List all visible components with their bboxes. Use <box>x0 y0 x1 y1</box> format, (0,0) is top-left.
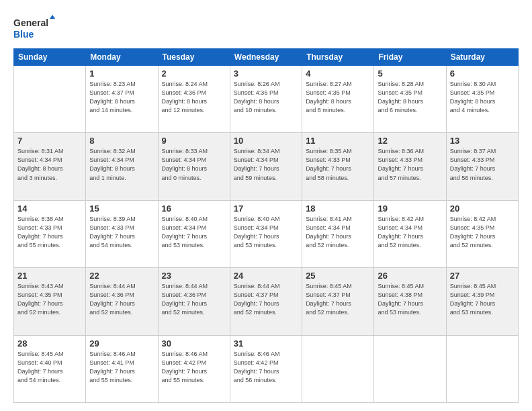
calendar-cell: 27Sunrise: 8:45 AM Sunset: 4:39 PM Dayli… <box>446 268 518 335</box>
day-info: Sunrise: 8:46 AM Sunset: 4:42 PM Dayligh… <box>234 350 298 385</box>
weekday-friday: Friday <box>374 49 446 66</box>
calendar-cell: 7Sunrise: 8:31 AM Sunset: 4:34 PM Daylig… <box>14 133 86 200</box>
calendar-cell: 24Sunrise: 8:44 AM Sunset: 4:37 PM Dayli… <box>230 268 302 335</box>
calendar-cell: 31Sunrise: 8:46 AM Sunset: 4:42 PM Dayli… <box>230 335 302 402</box>
day-info: Sunrise: 8:44 AM Sunset: 4:36 PM Dayligh… <box>89 282 154 317</box>
day-number: 3 <box>234 68 298 79</box>
svg-marker-2 <box>50 15 55 19</box>
calendar-week-4: 21Sunrise: 8:43 AM Sunset: 4:35 PM Dayli… <box>14 268 519 335</box>
calendar-week-5: 28Sunrise: 8:45 AM Sunset: 4:40 PM Dayli… <box>14 335 519 402</box>
day-number: 17 <box>234 203 298 214</box>
day-number: 19 <box>378 203 442 214</box>
logo-svg: General Blue <box>13 15 60 42</box>
calendar-cell <box>14 66 86 133</box>
day-info: Sunrise: 8:46 AM Sunset: 4:41 PM Dayligh… <box>89 350 154 385</box>
calendar-body: 1Sunrise: 8:23 AM Sunset: 4:37 PM Daylig… <box>14 66 519 403</box>
day-number: 31 <box>234 338 298 349</box>
calendar-cell: 21Sunrise: 8:43 AM Sunset: 4:35 PM Dayli… <box>14 268 86 335</box>
day-number: 16 <box>162 203 226 214</box>
calendar-week-3: 14Sunrise: 8:38 AM Sunset: 4:33 PM Dayli… <box>14 200 519 267</box>
day-number: 2 <box>162 68 226 79</box>
calendar-cell: 3Sunrise: 8:26 AM Sunset: 4:36 PM Daylig… <box>230 66 302 133</box>
calendar-cell <box>446 335 518 402</box>
calendar-week-2: 7Sunrise: 8:31 AM Sunset: 4:34 PM Daylig… <box>14 133 519 200</box>
day-number: 7 <box>17 136 82 146</box>
calendar-cell: 13Sunrise: 8:37 AM Sunset: 4:33 PM Dayli… <box>446 133 518 200</box>
day-number: 10 <box>234 136 298 146</box>
day-number: 28 <box>17 338 82 349</box>
calendar-cell: 19Sunrise: 8:42 AM Sunset: 4:34 PM Dayli… <box>374 200 446 267</box>
day-info: Sunrise: 8:41 AM Sunset: 4:34 PM Dayligh… <box>306 215 370 250</box>
calendar-cell: 25Sunrise: 8:45 AM Sunset: 4:37 PM Dayli… <box>302 268 374 335</box>
calendar-cell: 14Sunrise: 8:38 AM Sunset: 4:33 PM Dayli… <box>14 200 86 267</box>
day-number: 29 <box>89 338 154 349</box>
day-info: Sunrise: 8:24 AM Sunset: 4:36 PM Dayligh… <box>162 80 226 115</box>
day-info: Sunrise: 8:43 AM Sunset: 4:35 PM Dayligh… <box>17 282 82 317</box>
day-info: Sunrise: 8:34 AM Sunset: 4:34 PM Dayligh… <box>234 147 298 182</box>
calendar-cell: 15Sunrise: 8:39 AM Sunset: 4:33 PM Dayli… <box>86 200 158 267</box>
calendar-cell: 18Sunrise: 8:41 AM Sunset: 4:34 PM Dayli… <box>302 200 374 267</box>
day-number: 12 <box>378 136 442 146</box>
calendar-cell: 29Sunrise: 8:46 AM Sunset: 4:41 PM Dayli… <box>86 335 158 402</box>
day-number: 11 <box>306 136 370 146</box>
page: General Blue SundayMondayTuesdayWednesda… <box>0 0 532 411</box>
day-number: 8 <box>89 136 154 146</box>
day-info: Sunrise: 8:27 AM Sunset: 4:35 PM Dayligh… <box>306 80 370 115</box>
calendar-header: SundayMondayTuesdayWednesdayThursdayFrid… <box>14 49 519 66</box>
calendar-cell: 10Sunrise: 8:34 AM Sunset: 4:34 PM Dayli… <box>230 133 302 200</box>
day-info: Sunrise: 8:42 AM Sunset: 4:35 PM Dayligh… <box>450 215 515 250</box>
calendar-cell: 11Sunrise: 8:35 AM Sunset: 4:33 PM Dayli… <box>302 133 374 200</box>
day-number: 13 <box>450 136 515 146</box>
day-info: Sunrise: 8:45 AM Sunset: 4:40 PM Dayligh… <box>17 350 82 385</box>
day-info: Sunrise: 8:28 AM Sunset: 4:35 PM Dayligh… <box>378 80 442 115</box>
day-info: Sunrise: 8:30 AM Sunset: 4:35 PM Dayligh… <box>450 80 515 115</box>
calendar-cell: 1Sunrise: 8:23 AM Sunset: 4:37 PM Daylig… <box>86 66 158 133</box>
day-info: Sunrise: 8:45 AM Sunset: 4:38 PM Dayligh… <box>378 282 442 317</box>
calendar-cell <box>374 335 446 402</box>
weekday-header-row: SundayMondayTuesdayWednesdayThursdayFrid… <box>14 49 519 66</box>
day-info: Sunrise: 8:44 AM Sunset: 4:36 PM Dayligh… <box>162 282 226 317</box>
day-info: Sunrise: 8:45 AM Sunset: 4:37 PM Dayligh… <box>306 282 370 317</box>
day-number: 20 <box>450 203 515 214</box>
day-number: 26 <box>378 271 442 281</box>
calendar-week-1: 1Sunrise: 8:23 AM Sunset: 4:37 PM Daylig… <box>14 66 519 133</box>
day-info: Sunrise: 8:37 AM Sunset: 4:33 PM Dayligh… <box>450 147 515 182</box>
day-number: 30 <box>162 338 226 349</box>
weekday-tuesday: Tuesday <box>158 49 230 66</box>
day-info: Sunrise: 8:23 AM Sunset: 4:37 PM Dayligh… <box>89 80 154 115</box>
day-number: 5 <box>378 68 442 79</box>
calendar-cell: 8Sunrise: 8:32 AM Sunset: 4:34 PM Daylig… <box>86 133 158 200</box>
day-number: 6 <box>450 68 515 79</box>
day-number: 27 <box>450 271 515 281</box>
calendar-cell: 30Sunrise: 8:46 AM Sunset: 4:42 PM Dayli… <box>158 335 230 402</box>
calendar-cell: 9Sunrise: 8:33 AM Sunset: 4:34 PM Daylig… <box>158 133 230 200</box>
svg-text:Blue: Blue <box>13 29 34 40</box>
day-number: 9 <box>162 136 226 146</box>
day-number: 1 <box>89 68 154 79</box>
day-info: Sunrise: 8:42 AM Sunset: 4:34 PM Dayligh… <box>378 215 442 250</box>
calendar-cell: 23Sunrise: 8:44 AM Sunset: 4:36 PM Dayli… <box>158 268 230 335</box>
weekday-thursday: Thursday <box>302 49 374 66</box>
day-info: Sunrise: 8:40 AM Sunset: 4:34 PM Dayligh… <box>234 215 298 250</box>
day-number: 22 <box>89 271 154 281</box>
day-info: Sunrise: 8:45 AM Sunset: 4:39 PM Dayligh… <box>450 282 515 317</box>
weekday-saturday: Saturday <box>446 49 518 66</box>
day-number: 14 <box>17 203 82 214</box>
weekday-sunday: Sunday <box>14 49 86 66</box>
calendar-cell: 5Sunrise: 8:28 AM Sunset: 4:35 PM Daylig… <box>374 66 446 133</box>
weekday-monday: Monday <box>86 49 158 66</box>
calendar-cell: 12Sunrise: 8:36 AM Sunset: 4:33 PM Dayli… <box>374 133 446 200</box>
day-info: Sunrise: 8:35 AM Sunset: 4:33 PM Dayligh… <box>306 147 370 182</box>
calendar-cell: 4Sunrise: 8:27 AM Sunset: 4:35 PM Daylig… <box>302 66 374 133</box>
day-info: Sunrise: 8:44 AM Sunset: 4:37 PM Dayligh… <box>234 282 298 317</box>
calendar-cell <box>302 335 374 402</box>
calendar-cell: 6Sunrise: 8:30 AM Sunset: 4:35 PM Daylig… <box>446 66 518 133</box>
day-number: 15 <box>89 203 154 214</box>
header: General Blue <box>13 12 519 42</box>
day-number: 25 <box>306 271 370 281</box>
calendar-table: SundayMondayTuesdayWednesdayThursdayFrid… <box>13 48 519 403</box>
calendar-cell: 28Sunrise: 8:45 AM Sunset: 4:40 PM Dayli… <box>14 335 86 402</box>
day-info: Sunrise: 8:39 AM Sunset: 4:33 PM Dayligh… <box>89 215 154 250</box>
day-number: 18 <box>306 203 370 214</box>
day-number: 4 <box>306 68 370 79</box>
